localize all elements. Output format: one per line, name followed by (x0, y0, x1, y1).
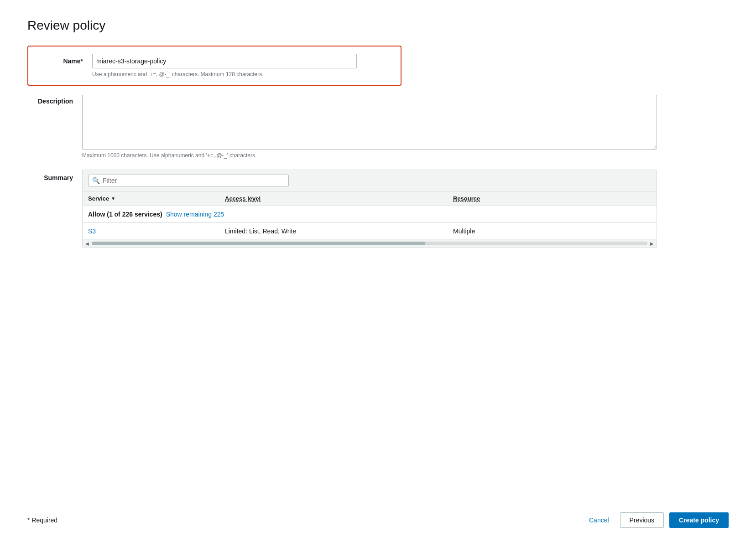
summary-label: Summary (27, 170, 73, 181)
description-label: Description (27, 95, 73, 105)
service-cell: S3 (88, 227, 225, 235)
col-header-service[interactable]: Service ▼ (88, 195, 225, 202)
summary-table: 🔍 Service ▼ Access level Resource (82, 170, 657, 248)
previous-button[interactable]: Previous (620, 512, 664, 528)
resource-cell: Multiple (453, 227, 651, 235)
description-textarea[interactable] (82, 95, 657, 150)
name-hint: Use alphanumeric and '+=,.@-_' character… (92, 71, 391, 77)
table-row: S3 Limited: List, Read, Write Multiple (83, 223, 657, 240)
cancel-button[interactable]: Cancel (584, 514, 615, 527)
summary-section: Summary 🔍 Service ▼ Access level (27, 170, 666, 248)
name-label: Name* (37, 57, 83, 65)
s3-service-link[interactable]: S3 (88, 227, 96, 235)
description-section: Description (27, 95, 666, 150)
scroll-right-arrow[interactable]: ▶ (649, 241, 655, 246)
sort-icon: ▼ (111, 196, 115, 201)
allow-text: Allow (1 of 226 services) (88, 211, 162, 218)
footer: * Required Cancel Previous Create policy (0, 503, 756, 537)
filter-input[interactable] (103, 177, 285, 184)
page-title: Review policy (27, 18, 729, 33)
access-level-prefix: Limited: (225, 227, 247, 235)
scroll-left-arrow[interactable]: ◀ (84, 241, 90, 246)
table-header: Service ▼ Access level Resource (83, 191, 657, 206)
filter-wrapper[interactable]: 🔍 (88, 175, 289, 186)
allow-row: Allow (1 of 226 services) Show remaining… (83, 206, 657, 223)
name-field-section: Name* Use alphanumeric and '+=,.@-_' cha… (27, 46, 401, 86)
access-level-detail: List, Read, Write (249, 227, 296, 235)
col-access-level-label: Access level (225, 195, 261, 202)
access-level-cell: Limited: List, Read, Write (225, 227, 453, 235)
search-icon: 🔍 (92, 177, 100, 184)
horizontal-scrollbar[interactable]: ◀ ▶ (83, 240, 657, 247)
name-input[interactable] (92, 54, 357, 68)
create-policy-button[interactable]: Create policy (669, 512, 729, 528)
col-header-access-level: Access level (225, 195, 453, 202)
scrollbar-track[interactable] (92, 242, 647, 245)
col-service-label: Service (88, 195, 109, 202)
required-label: * Required (27, 516, 57, 524)
filter-bar: 🔍 (83, 170, 657, 191)
show-remaining-link[interactable]: Show remaining 225 (166, 211, 224, 218)
col-header-resource: Resource (453, 195, 651, 202)
resource-value: Multiple (453, 227, 475, 235)
scrollbar-thumb[interactable] (92, 242, 425, 245)
description-hint: Maximum 1000 characters. Use alphanumeri… (82, 152, 729, 159)
col-resource-label: Resource (453, 195, 480, 202)
footer-buttons: Cancel Previous Create policy (584, 512, 729, 528)
